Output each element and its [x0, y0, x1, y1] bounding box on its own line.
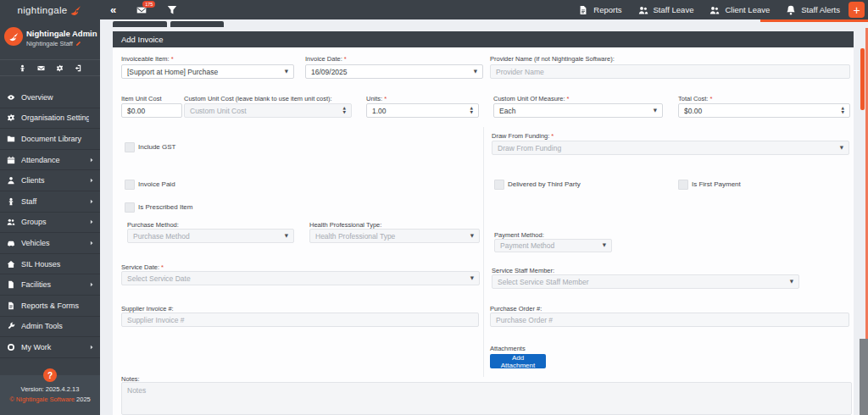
edit-pencil-icon[interactable]	[75, 41, 81, 47]
nav-label: Staff Leave	[654, 5, 694, 14]
chevron-right-icon	[89, 282, 94, 287]
messages-button[interactable]: 175	[135, 5, 148, 15]
sidebar-footer: ? Version: 2025.4.2.13 © Nightingale Sof…	[0, 375, 100, 415]
sidebar-item-label: My Work	[21, 343, 89, 351]
sidebar-item-label: Clients	[21, 176, 89, 185]
spinner-icon[interactable]: ▲▼	[343, 107, 346, 115]
sidebar-item-label: Reports & Forms	[21, 302, 89, 310]
eye-icon	[7, 93, 15, 102]
sidebar-item-label: Admin Tools	[21, 322, 89, 330]
sidebar: Nightingale Admin Nightingale Staff Over…	[0, 19, 100, 415]
draw-from-funding-label: Draw From Funding:*	[492, 132, 554, 140]
include-gst-checkbox[interactable]	[125, 142, 135, 152]
copyright-year: 2025	[76, 396, 91, 403]
sidebar-item-reports-forms[interactable]: Reports & Forms	[0, 296, 100, 317]
add-attachment-button[interactable]: Add Attachment	[490, 354, 546, 368]
spinner-icon[interactable]: ▲▼	[842, 107, 844, 115]
is-prescribed-item-checkbox[interactable]	[125, 202, 135, 213]
caret-down-icon: ▼	[654, 108, 657, 113]
total-cost-label: Total Cost:*	[678, 95, 712, 102]
notes-textarea[interactable]	[121, 382, 852, 415]
service-staff-member-select[interactable]: Select Service Staff Member ▼	[492, 274, 799, 289]
purchase-order-input[interactable]	[490, 313, 849, 327]
profile-card: Nightingale Admin Nightingale Staff	[0, 19, 100, 52]
service-date-label: Service Date:*	[121, 263, 164, 271]
profile-role: Nightingale Staff	[26, 40, 81, 47]
sidebar-item-staff[interactable]: Staff	[0, 191, 100, 213]
provider-name-input[interactable]	[490, 64, 850, 79]
sidebar-item-label: Document Library	[21, 135, 89, 143]
collapse-sidebar-button[interactable]: «	[110, 3, 116, 16]
units-input[interactable]: 1.00 ▲▼	[366, 103, 479, 118]
custom-unit-of-measure-select[interactable]: Each ▼	[493, 103, 663, 118]
draw-from-funding-select[interactable]: Draw From Funding ▼	[492, 141, 849, 155]
caret-down-icon: ▼	[790, 279, 793, 285]
profile-mail-icon[interactable]	[37, 64, 45, 72]
item-unit-cost-input[interactable]	[121, 103, 182, 118]
nav-staff-leave[interactable]: Staff Leave	[638, 5, 694, 15]
copyright-brand: © Nightingale Software	[9, 396, 75, 403]
purchase-order-label: Purchase Order #:	[490, 305, 542, 313]
sidebar-item-label: Attendance	[21, 156, 89, 164]
service-date-select[interactable]: Select Service Date ▼	[121, 271, 480, 285]
copyright-label: © Nightingale Software 2025	[0, 396, 100, 403]
delivered-by-third-party-checkbox[interactable]	[494, 180, 504, 190]
sidebar-item-overview[interactable]: Overview	[0, 87, 100, 108]
open-tab-2[interactable]	[170, 21, 224, 27]
page-title: Add Invoice	[121, 35, 164, 44]
sidebar-item-facilities[interactable]: Facilities	[0, 274, 100, 296]
sidebar-item-clients[interactable]: Clients	[0, 170, 100, 191]
profile-settings-icon[interactable]	[56, 64, 64, 72]
profile-user-icon[interactable]	[19, 64, 26, 72]
delivered-by-third-party-label: Delivered by Third Party	[508, 180, 581, 188]
chevron-right-icon	[89, 178, 94, 183]
sidebar-item-admin-tools[interactable]: Admin Tools	[0, 317, 100, 338]
is-first-payment-label: Is First Payment	[692, 180, 741, 188]
help-button[interactable]: ?	[43, 368, 57, 382]
panel-header: Add Invoice	[113, 31, 854, 47]
profile-role-label: Nightingale Staff	[26, 40, 73, 47]
sidebar-item-label: Groups	[21, 218, 89, 226]
sidebar-item-document-library[interactable]: Document Library	[0, 129, 100, 150]
sidebar-item-sil-houses[interactable]: SIL Houses	[0, 254, 100, 275]
total-cost-input[interactable]: $0.00 ▲▼	[678, 103, 850, 118]
header-nav: Reports Staff Leave Client Leave Staff A…	[578, 5, 840, 15]
provider-name-label: Provider Name (if not Nightingale Softwa…	[490, 55, 615, 63]
health-professional-type-select[interactable]: Health Professional Type ▼	[309, 229, 480, 243]
brand-name: nightingale	[18, 5, 68, 15]
filter-button[interactable]	[167, 5, 177, 15]
spinner-icon[interactable]: ▲▼	[470, 107, 473, 115]
add-button[interactable]: +	[849, 2, 865, 18]
caret-down-icon: ▼	[285, 69, 288, 75]
sidebar-item-label: Overview	[21, 93, 89, 102]
supplier-invoice-input[interactable]	[121, 313, 479, 327]
attachments-label: Attachments	[490, 345, 526, 352]
is-first-payment-checkbox[interactable]	[678, 180, 688, 190]
purchase-method-select[interactable]: Purchase Method ▼	[127, 229, 294, 243]
sidebar-item-attendance[interactable]: Attendance	[0, 150, 100, 171]
report-icon	[7, 302, 15, 310]
wrench-icon	[7, 322, 15, 330]
user-icon	[7, 197, 15, 206]
chevron-right-icon	[89, 158, 94, 163]
invoiceable-item-select[interactable]: [Support at Home] Purchase ▼	[121, 64, 294, 79]
sidebar-item-organisation-settings[interactable]: Organisation Settings	[0, 108, 100, 130]
caret-down-icon: ▼	[470, 276, 474, 281]
invoice-date-picker[interactable]: 16/09/2025 ▼	[305, 64, 483, 79]
nav-reports[interactable]: Reports	[578, 5, 621, 15]
sidebar-item-my-work[interactable]: My Work	[0, 337, 100, 358]
nav-staff-alerts[interactable]: Staff Alerts	[786, 5, 840, 15]
payment-method-select[interactable]: Payment Method ▼	[494, 239, 612, 252]
open-tab-1[interactable]	[113, 21, 167, 27]
nav-client-leave[interactable]: Client Leave	[709, 5, 770, 15]
logout-icon[interactable]	[75, 64, 82, 72]
sidebar-item-vehicles[interactable]: Vehicles	[0, 233, 100, 254]
invoiceable-item-label: Invoiceable Item:*	[121, 55, 174, 63]
sidebar-item-label: Vehicles	[21, 239, 89, 247]
custom-unit-cost-input[interactable]: Custom Unit Cost ▲▼	[184, 103, 352, 118]
supplier-invoice-label: Supplier Invoice #:	[121, 305, 174, 313]
invoice-paid-checkbox[interactable]	[125, 180, 135, 190]
caret-down-icon: ▼	[474, 69, 477, 75]
sidebar-item-groups[interactable]: Groups	[0, 213, 100, 234]
scrollbar-thumb[interactable]	[860, 48, 865, 110]
